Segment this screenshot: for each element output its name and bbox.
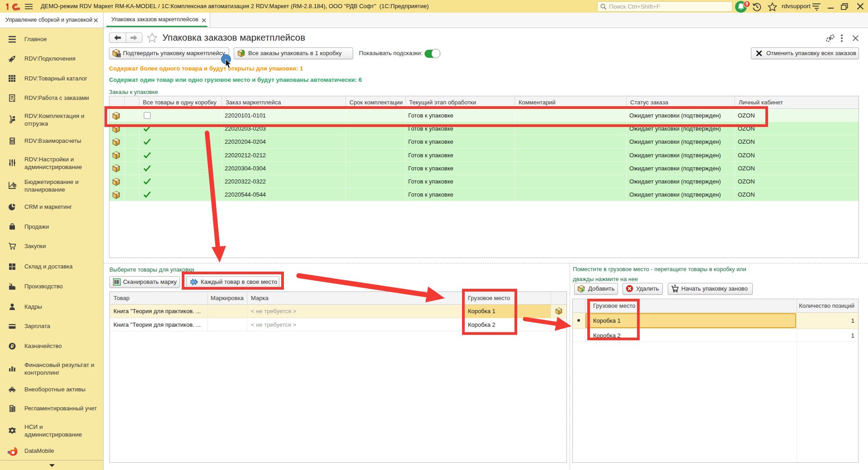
svg-text:₽: ₽ (11, 343, 14, 349)
svg-text:9: 9 (745, 1, 748, 6)
svg-text:₽: ₽ (14, 184, 16, 187)
